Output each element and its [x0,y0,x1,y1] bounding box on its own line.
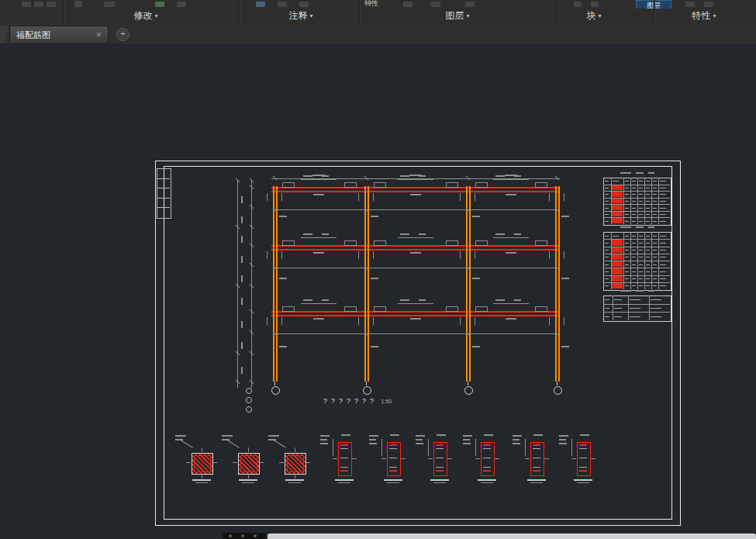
toolbar-icon-fragment [299,2,309,7]
ribbon-panel-properties-label: 特性 [692,10,710,21]
toolbar-icon-fragment [591,2,599,7]
toolbar-icon-fragment [403,2,413,7]
ribbon-panel-block-label: 块 [586,10,595,21]
ribbon-panel-layers[interactable]: 图层▾ [426,9,488,23]
toolbar-icon-fragment [465,2,475,7]
toolbar-icon-fragment [104,2,115,7]
ribbon-panel-properties[interactable]: 特性▾ [673,9,735,23]
file-tabs-bar: 福配筋图 × + [0,24,756,44]
ribbon-panel-modify[interactable]: 修改▾ [115,9,177,23]
ribbon-panel-layers-label: 图层 [445,10,464,21]
toolbar-icon-fragment [155,2,164,7]
ribbon-fragment-properties: 特性 [364,0,383,7]
ribbon-panel-block[interactable]: 块▾ [563,9,625,23]
tab-drawing-label: 福配筋图 [16,30,50,40]
toolbar-icon-fragment [47,2,56,7]
toolbar-icon-fragment [431,2,440,7]
chevron-down-icon[interactable]: ▾ [154,12,157,19]
toolbar-icon-fragment [34,2,43,7]
ribbon-separator [654,0,654,24]
ribbon-separator [557,0,558,24]
ribbon-separator [359,0,360,24]
toolbar-icon-fragment [685,2,695,7]
close-icon[interactable]: × [96,26,102,43]
new-tab-button[interactable]: + [116,28,129,41]
toolbar-icon-fragment [177,2,186,7]
toolbar-icon-fragment [278,2,287,7]
toolbar-icon-fragment [74,1,82,7]
ribbon-panel-annotate[interactable]: 注释▾ [270,9,332,23]
chevron-down-icon[interactable]: ▾ [598,12,601,19]
tab-overflow-notch[interactable] [0,26,9,43]
ribbon: 特性 图层 修改▾ 注释▾ 图层▾ 块▾ 特性▾ [0,0,756,25]
toolbar-icon-fragment [704,2,713,7]
chevron-down-icon[interactable]: ▾ [713,12,716,19]
application-window: 特性 图层 修改▾ 注释▾ 图层▾ 块▾ 特性▾ 福配筋图 × [0,0,756,539]
chevron-down-icon[interactable]: ▾ [309,12,312,19]
status-bar-fragment[interactable] [223,533,266,539]
ribbon-panel-annotate-label: 注释 [288,10,307,21]
ribbon-fragment-properties-label: 特性 [364,0,378,7]
toolbar-icon-fragment [574,2,582,7]
tab-drawing[interactable]: 福配筋图 × [9,26,109,43]
ribbon-panel-modify-label: 修改 [133,10,152,21]
toolbar-icon-fragment [22,2,31,7]
toolbar-icon-fragment [256,2,265,7]
chevron-down-icon[interactable]: ▾ [466,12,469,19]
ribbon-separator [239,0,240,24]
command-line-fragment[interactable] [268,534,756,539]
ribbon-separator [64,0,64,24]
viewport[interactable] [0,43,756,534]
